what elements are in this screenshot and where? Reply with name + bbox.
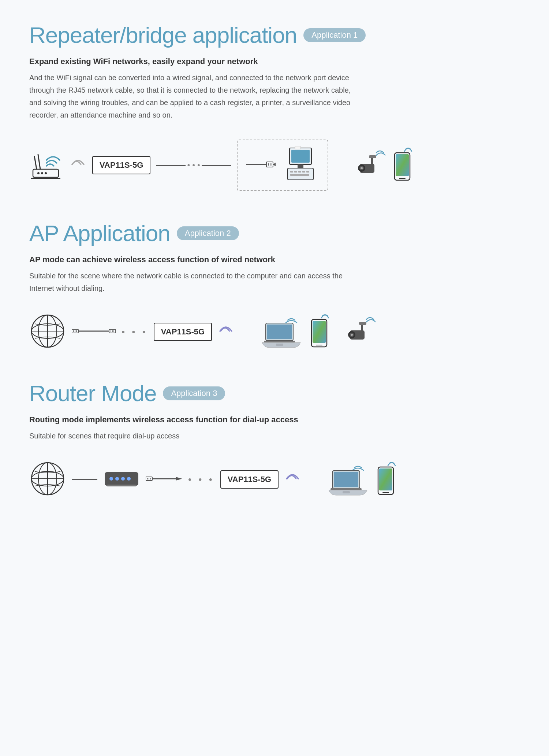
- ethernet-cable-icon: [72, 326, 116, 338]
- security-camera-icon-2: [339, 313, 376, 351]
- section2-right-devices: [262, 313, 376, 351]
- section3-subtitle: Routing mode implements wireless access …: [29, 415, 520, 425]
- svg-line-1: [34, 156, 37, 169]
- svg-rect-20: [302, 171, 305, 173]
- vap-box-3: VAP11S-5G: [220, 470, 279, 489]
- section-ap: AP Application Application 2 AP mode can…: [29, 220, 520, 351]
- globe-icon: [29, 313, 66, 351]
- svg-marker-76: [176, 477, 182, 481]
- section1-title: Repeater/bridge application: [29, 22, 297, 48]
- section2-diagram: • • • VAP11S-5G: [29, 313, 520, 351]
- svg-point-68: [121, 477, 125, 481]
- smartphone-icon: [393, 146, 415, 184]
- modem-icon: [103, 469, 140, 490]
- section1-title-row: Repeater/bridge application Application …: [29, 22, 520, 48]
- section-repeater: Repeater/bridge application Application …: [29, 22, 520, 191]
- signal-wave-right-icon: [218, 321, 234, 343]
- signal-wave-right-3: [284, 469, 301, 490]
- dots-separator-3: • • •: [188, 474, 214, 485]
- svg-point-28: [361, 167, 363, 169]
- svg-rect-48: [267, 325, 292, 339]
- section3-badge: Application 3: [163, 386, 225, 400]
- section1-diagram: VAP11S-5G • • •: [29, 140, 520, 191]
- section3-body: Suitable for scenes that require dial-up…: [29, 430, 359, 442]
- svg-point-66: [109, 477, 113, 481]
- section3-diagram: • • • VAP11S-5G: [29, 460, 520, 499]
- section2-subtitle: AP mode can achieve wireless access func…: [29, 255, 520, 264]
- svg-point-67: [115, 477, 119, 481]
- section2-title-row: AP Application Application 2: [29, 220, 520, 246]
- router-icon: [29, 149, 64, 182]
- vap-box-1: VAP11S-5G: [92, 156, 150, 174]
- section2-title: AP Application: [29, 220, 170, 246]
- svg-marker-12: [273, 163, 276, 166]
- section1-body: And the WiFi signal can be converted int…: [29, 71, 359, 121]
- svg-rect-82: [379, 468, 392, 490]
- dashed-device-box: [237, 140, 328, 191]
- svg-rect-15: [298, 164, 303, 168]
- laptop-icon-3: [329, 464, 369, 499]
- section1-badge: Application 1: [303, 28, 366, 42]
- section3-title-row: Router Mode Application 3: [29, 380, 520, 406]
- horizontal-line-3: [72, 479, 97, 480]
- section3-title: Router Mode: [29, 380, 156, 406]
- svg-rect-70: [107, 485, 136, 486]
- svg-rect-17: [290, 171, 293, 173]
- svg-rect-50: [276, 344, 283, 346]
- svg-rect-23: [295, 146, 300, 149]
- svg-rect-80: [343, 491, 350, 493]
- svg-point-5: [45, 172, 47, 174]
- right-devices-group: [349, 146, 415, 184]
- svg-rect-31: [396, 154, 409, 176]
- svg-rect-49: [264, 341, 295, 342]
- svg-rect-22: [290, 174, 309, 176]
- svg-rect-19: [298, 171, 301, 173]
- signal-wave-icon: [70, 155, 86, 176]
- svg-rect-18: [294, 171, 297, 173]
- section1-subtitle: Expand existing WiFi networks, easily ex…: [29, 57, 520, 66]
- svg-rect-14: [291, 150, 310, 163]
- svg-rect-21: [306, 171, 309, 173]
- dots-separator-2: • • •: [122, 326, 148, 338]
- svg-line-2: [38, 155, 40, 169]
- globe-icon-3: [29, 460, 66, 499]
- section-router: Router Mode Application 3 Routing mode i…: [29, 380, 520, 499]
- arrow-right-1: • • •: [156, 160, 231, 170]
- laptop-icon: [262, 316, 302, 351]
- smartphone-icon-2: [310, 313, 332, 351]
- svg-rect-52: [313, 321, 326, 343]
- security-camera-icon: [349, 146, 385, 184]
- section3-right-devices: [329, 460, 398, 499]
- svg-rect-79: [330, 488, 362, 490]
- section2-body: Suitable for the scene where the network…: [29, 270, 359, 294]
- vap-box-2: VAP11S-5G: [154, 323, 212, 341]
- section2-badge: Application 2: [177, 226, 239, 240]
- svg-point-4: [41, 172, 43, 174]
- svg-rect-78: [334, 472, 358, 487]
- svg-rect-29: [369, 155, 376, 158]
- smartphone-icon-3: [376, 460, 398, 499]
- pos-terminal-icon: [282, 146, 319, 184]
- cable-plug-3: [146, 473, 182, 486]
- svg-point-69: [127, 477, 131, 481]
- cable-connector-icon: [246, 159, 276, 171]
- svg-point-58: [351, 334, 353, 336]
- svg-rect-59: [359, 322, 366, 325]
- svg-point-3: [37, 172, 40, 174]
